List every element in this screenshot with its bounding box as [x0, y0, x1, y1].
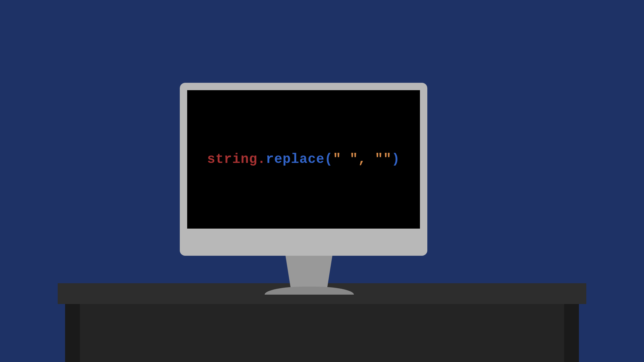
code-variable: string — [207, 152, 257, 167]
desk-shelf — [80, 304, 564, 362]
desk-leg-left — [65, 304, 80, 362]
code-comma: , — [358, 152, 375, 167]
code-line: string.replace(" ", "") — [207, 152, 400, 167]
monitor-stand — [285, 255, 332, 289]
code-arg2: "" — [375, 152, 392, 167]
desk-leg-right — [564, 304, 579, 362]
code-open-paren: ( — [325, 152, 333, 167]
code-dot: . — [257, 152, 266, 167]
code-close-paren: ) — [392, 152, 400, 167]
code-method: replace — [266, 152, 324, 167]
code-arg1: " " — [333, 152, 358, 167]
monitor-screen: string.replace(" ", "") — [187, 90, 420, 229]
